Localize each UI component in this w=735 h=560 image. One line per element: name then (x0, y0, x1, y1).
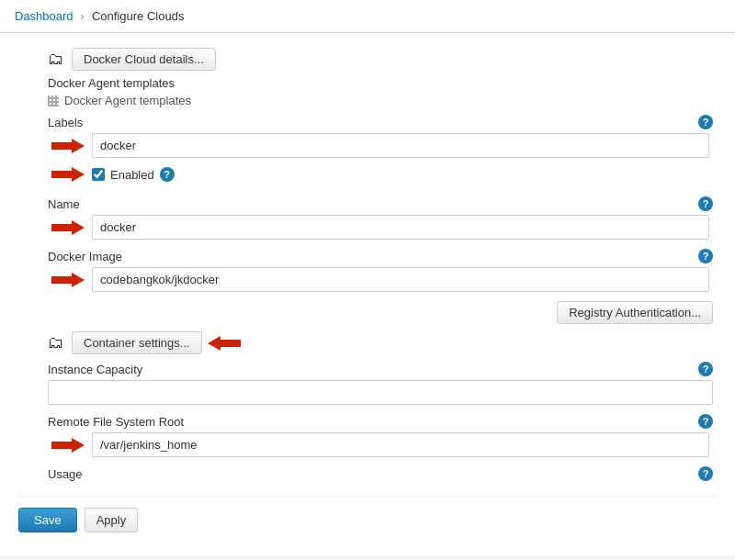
container-folder-icon: 🗂 (48, 333, 64, 353)
instance-capacity-label: Instance Capacity (48, 363, 142, 376)
remote-fs-root-label: Remote File System Root (48, 415, 184, 429)
instance-capacity-help-icon[interactable]: ? (698, 362, 713, 376)
usage-field-row: Usage ? (48, 466, 713, 481)
docker-cloud-details-button[interactable]: Docker Cloud details... (72, 48, 216, 71)
svg-marker-2 (51, 220, 85, 235)
svg-marker-3 (51, 273, 85, 287)
name-arrow-indicator (51, 218, 85, 237)
remote-fs-root-field-row: Remote File System Root ? (48, 414, 713, 457)
remote-fs-root-input-wrapper (92, 432, 709, 457)
name-input-wrapper (92, 215, 709, 240)
name-input[interactable] (92, 215, 709, 240)
svg-marker-5 (51, 438, 85, 453)
docker-agent-templates-subsection: Docker Agent templates (48, 94, 717, 107)
remote-fs-root-arrow-indicator (51, 436, 85, 454)
name-field-row: Name ? (48, 196, 713, 240)
container-settings-arrow (208, 334, 241, 353)
remote-fs-root-input[interactable] (92, 432, 709, 457)
labels-input[interactable] (92, 133, 709, 158)
container-settings-row: 🗂 Container settings... (48, 331, 713, 354)
apply-button[interactable]: Apply (85, 508, 139, 532)
folder-icon: 🗂 (48, 50, 64, 69)
bottom-buttons-row: Save Apply (18, 496, 717, 532)
enabled-checkbox-row: Enabled ? (48, 167, 713, 187)
labels-input-wrapper (92, 133, 709, 158)
labels-label: Labels (48, 116, 83, 129)
registry-auth-row: Registry Authentication... (48, 301, 713, 324)
name-help-icon[interactable]: ? (698, 196, 713, 211)
docker-image-field-row: Docker Image ? (48, 249, 713, 292)
enabled-arrow-indicator (51, 165, 85, 184)
docker-image-help-icon[interactable]: ? (698, 249, 713, 263)
docker-image-label: Docker Image (48, 250, 122, 263)
svg-marker-4 (208, 336, 241, 351)
breadcrumb-home[interactable]: Dashboard (15, 9, 74, 23)
labels-help-icon[interactable]: ? (698, 115, 713, 129)
usage-help-icon[interactable]: ? (698, 466, 713, 481)
registry-authentication-button[interactable]: Registry Authentication... (557, 301, 713, 324)
docker-image-input-wrapper (92, 267, 709, 292)
instance-capacity-input[interactable] (48, 380, 713, 405)
container-settings-button[interactable]: Container settings... (72, 331, 202, 354)
breadcrumb-current: Configure Clouds (92, 9, 184, 23)
docker-image-input[interactable] (92, 267, 709, 292)
grid-icon (48, 95, 59, 106)
name-label: Name (48, 197, 80, 211)
svg-marker-1 (51, 167, 85, 182)
usage-label: Usage (48, 467, 83, 481)
breadcrumb-separator: › (81, 9, 85, 23)
labels-field-row: Labels ? (48, 115, 713, 158)
docker-agent-templates-section-label: Docker Agent templates (48, 76, 717, 90)
remote-fs-root-help-icon[interactable]: ? (698, 414, 713, 429)
save-button[interactable]: Save (18, 508, 77, 532)
enabled-help-icon[interactable]: ? (160, 167, 175, 182)
svg-marker-0 (51, 139, 85, 153)
instance-capacity-field-row: Instance Capacity ? (48, 362, 713, 405)
labels-arrow-indicator (51, 137, 85, 155)
docker-image-arrow-indicator (51, 271, 85, 289)
main-content: 🗂 Docker Cloud details... Docker Agent t… (0, 33, 735, 555)
enabled-label: Enabled (110, 168, 154, 182)
enabled-checkbox[interactable] (92, 168, 105, 181)
